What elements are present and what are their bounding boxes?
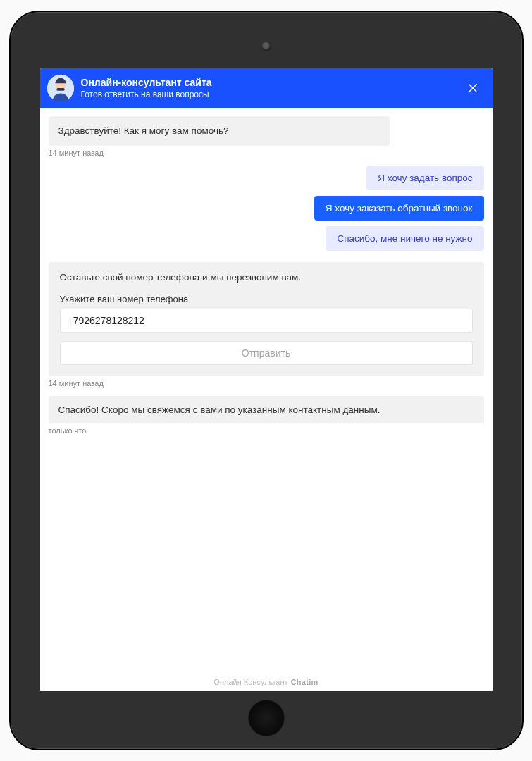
submit-button[interactable]: Отправить bbox=[60, 341, 473, 365]
chat-title: Онлайн-консультант сайта bbox=[81, 77, 456, 88]
form-intro: Оставьте свой номер телефона и мы перезв… bbox=[60, 272, 473, 283]
chat-footer: Онлайн Консультант Chatim bbox=[40, 673, 493, 691]
tablet-home-button[interactable] bbox=[248, 700, 285, 736]
bot-message: Здравствуйте! Как я могу вам помочь? bbox=[49, 116, 390, 146]
bot-message-text: Здравствуйте! Как я могу вам помочь? bbox=[49, 116, 390, 146]
chat-subtitle: Готов ответить на ваши вопросы bbox=[81, 89, 456, 99]
tablet-frame: Онлайн-консультант сайта Готов ответить … bbox=[9, 11, 524, 750]
chat-header-text: Онлайн-консультант сайта Готов ответить … bbox=[81, 77, 456, 99]
phone-label: Укажите ваш номер телефона bbox=[60, 294, 473, 304]
confirmation-timestamp: только что bbox=[49, 426, 484, 435]
callback-form: Оставьте свой номер телефона и мы перезв… bbox=[49, 262, 484, 376]
tablet-camera bbox=[261, 42, 271, 51]
quick-reply-request-callback[interactable]: Я хочу заказать обратный звонок bbox=[314, 196, 484, 221]
message-timestamp: 14 минут назад bbox=[49, 149, 484, 157]
quick-replies: Я хочу задать вопрос Я хочу заказать обр… bbox=[49, 166, 484, 251]
chat-widget: Онлайн-консультант сайта Готов ответить … bbox=[40, 68, 493, 691]
quick-reply-ask-question[interactable]: Я хочу задать вопрос bbox=[366, 166, 483, 190]
quick-reply-nothing-needed[interactable]: Спасибо, мне ничего не нужно bbox=[326, 226, 483, 251]
close-icon bbox=[466, 82, 479, 94]
chat-header: Онлайн-консультант сайта Готов ответить … bbox=[40, 68, 493, 108]
footer-brand: Chatim bbox=[291, 678, 318, 686]
close-button[interactable] bbox=[463, 78, 483, 98]
footer-text: Онлайн Консультант bbox=[214, 678, 287, 686]
phone-input[interactable] bbox=[60, 309, 473, 333]
chat-body[interactable]: Здравствуйте! Как я могу вам помочь? 14 … bbox=[40, 108, 493, 673]
agent-avatar bbox=[47, 75, 74, 101]
form-timestamp: 14 минут назад bbox=[49, 379, 484, 388]
svg-rect-2 bbox=[56, 88, 64, 91]
bot-confirmation: Спасибо! Скоро мы свяжемся с вами по ука… bbox=[49, 396, 484, 423]
